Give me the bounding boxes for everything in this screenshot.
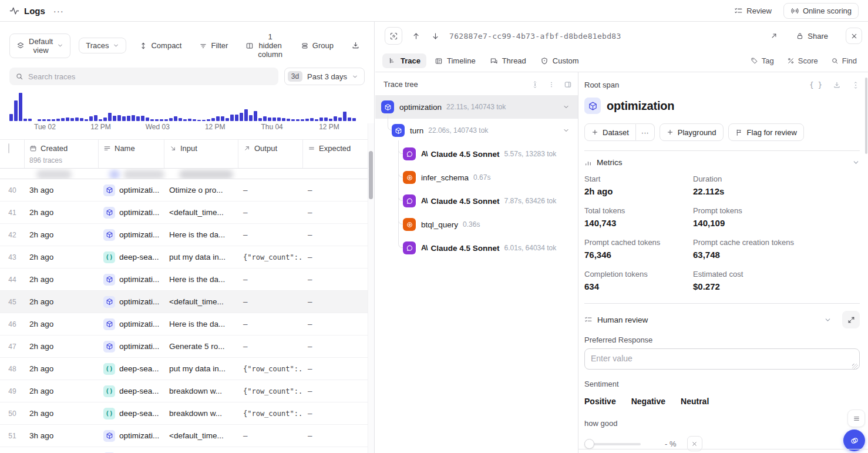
- histogram-bar[interactable]: [164, 119, 168, 121]
- histogram-bar[interactable]: [122, 116, 126, 121]
- histogram-bar[interactable]: [230, 115, 234, 121]
- histogram-bar[interactable]: [329, 119, 332, 121]
- histogram-bar[interactable]: [240, 113, 243, 121]
- histogram-bar[interactable]: [155, 119, 159, 121]
- tab-trace[interactable]: Trace: [382, 53, 426, 68]
- trace-tree-node[interactable]: A\Claude 4.5 Sonnet7.87s, 63426 tok: [375, 189, 578, 213]
- histogram-bar[interactable]: [254, 111, 257, 121]
- tab-timeline[interactable]: Timeline: [429, 53, 482, 68]
- histogram-bar[interactable]: [319, 118, 323, 121]
- chevron-down-icon[interactable]: [852, 159, 860, 166]
- histogram-bar[interactable]: [89, 116, 93, 121]
- histogram-bar[interactable]: [85, 119, 88, 121]
- histogram-bar[interactable]: [352, 118, 356, 121]
- histogram-bar[interactable]: [23, 119, 27, 121]
- tree-menu-button[interactable]: [547, 80, 556, 89]
- human-review-section-header[interactable]: Human review: [584, 311, 860, 328]
- histogram-bar[interactable]: [183, 119, 187, 121]
- page-menu-button[interactable]: ···: [53, 6, 64, 16]
- histogram-bar[interactable]: [287, 119, 290, 121]
- histogram-bar[interactable]: [42, 119, 46, 121]
- histogram-bar[interactable]: [179, 118, 182, 121]
- share-button[interactable]: Share: [796, 32, 828, 41]
- histogram-bar[interactable]: [9, 114, 13, 121]
- histogram-bar[interactable]: [202, 120, 206, 121]
- table-row[interactable]: 452h agooptimizati...<default_time...––: [0, 291, 374, 313]
- previous-trace-button[interactable]: [411, 31, 422, 42]
- expand-review-button[interactable]: [842, 311, 860, 328]
- online-scoring-button[interactable]: Online scoring: [783, 3, 859, 19]
- histogram-bar[interactable]: [216, 116, 220, 121]
- histogram-bar[interactable]: [174, 116, 177, 121]
- histogram-bar[interactable]: [348, 118, 351, 121]
- review-button[interactable]: Review: [729, 4, 776, 18]
- table-row[interactable]: 513h agooptimizati...<default_time...––: [0, 425, 374, 447]
- histogram-bar[interactable]: [99, 119, 102, 121]
- histogram-bar[interactable]: [52, 119, 55, 121]
- histogram-bar[interactable]: [263, 116, 267, 121]
- histogram-bar[interactable]: [338, 118, 342, 121]
- histogram-bar[interactable]: [127, 116, 130, 121]
- expand-trace-button[interactable]: [769, 31, 779, 41]
- histogram-bar[interactable]: [211, 118, 215, 121]
- slider-thumb[interactable]: [584, 439, 594, 449]
- how-good-slider[interactable]: [584, 439, 641, 449]
- histogram-bar[interactable]: [343, 112, 346, 121]
- table-row[interactable]: 403h agooptimizati...Otimize o pro...––: [0, 179, 374, 202]
- histogram-bar[interactable]: [310, 118, 314, 121]
- add-to-playground-button[interactable]: Playground: [660, 123, 724, 141]
- histogram-bar[interactable]: [268, 118, 271, 121]
- compact-toggle[interactable]: Compact: [134, 38, 186, 53]
- download-button[interactable]: [346, 38, 365, 53]
- table-row[interactable]: 422h agooptimizati...Here is the da...––: [0, 224, 374, 246]
- chevron-down-icon[interactable]: [563, 103, 570, 110]
- metrics-section-header[interactable]: Metrics: [584, 158, 860, 167]
- histogram-bar[interactable]: [334, 116, 337, 121]
- flag-for-review-button[interactable]: Flag for review: [728, 123, 804, 141]
- histogram-bar[interactable]: [193, 119, 196, 121]
- time-range-selector[interactable]: 3d Past 3 days: [284, 68, 365, 85]
- histogram-bar[interactable]: [235, 115, 238, 121]
- resize-tree-button[interactable]: [531, 80, 539, 89]
- histogram-bar[interactable]: [38, 119, 41, 121]
- collapse-panel-icon[interactable]: [564, 80, 572, 89]
- histogram-bar[interactable]: [258, 118, 262, 121]
- histogram-bar[interactable]: [28, 119, 32, 121]
- assistant-fab[interactable]: [843, 429, 865, 451]
- histogram-bar[interactable]: [113, 116, 116, 121]
- trace-tree-node[interactable]: infer_schema0.67s: [375, 166, 578, 189]
- histogram-bar[interactable]: [272, 118, 276, 121]
- histogram-bar[interactable]: [150, 119, 154, 121]
- histogram-bar[interactable]: [47, 119, 51, 121]
- histogram-bar[interactable]: [14, 100, 18, 121]
- download-span-button[interactable]: [833, 81, 841, 89]
- table-row[interactable]: 462h agooptimizati...Here is the da...––: [0, 313, 374, 335]
- table-row[interactable]: 412h agooptimizati...<default_time...––: [0, 202, 374, 224]
- histogram-bar[interactable]: [221, 116, 224, 121]
- hidden-column-button[interactable]: 1 hidden column: [241, 29, 287, 62]
- table-row[interactable]: 482h ago()deep-sea...put my data in...{"…: [0, 358, 374, 380]
- add-to-dataset-button[interactable]: Dataset: [584, 123, 636, 141]
- histogram-bar[interactable]: [141, 116, 144, 121]
- tab-thread[interactable]: Thread: [484, 53, 532, 68]
- expand-sections-button[interactable]: [852, 81, 860, 89]
- select-all-checkbox[interactable]: [8, 143, 9, 153]
- trace-tree-node[interactable]: A\Claude 4.5 Sonnet5.57s, 13283 tok: [375, 142, 578, 166]
- panel-scrollbar-thumb[interactable]: [865, 78, 867, 154]
- histogram-bar[interactable]: [66, 118, 69, 121]
- histogram-bar[interactable]: [80, 118, 83, 121]
- focus-scan-button[interactable]: [385, 27, 402, 45]
- histogram-bar[interactable]: [305, 119, 309, 121]
- histogram-bar[interactable]: [188, 119, 191, 121]
- histogram-bar[interactable]: [132, 115, 135, 121]
- column-header-name[interactable]: Name: [99, 140, 164, 168]
- histogram-bar[interactable]: [94, 115, 97, 121]
- sentiment-positive-button[interactable]: Positive: [584, 395, 616, 407]
- histogram-bar[interactable]: [226, 118, 229, 121]
- tag-button[interactable]: Tag: [745, 53, 779, 68]
- chevron-down-icon[interactable]: [824, 316, 832, 324]
- table-row[interactable]: 492h ago()deep-sea...breakdown w...{"row…: [0, 380, 374, 402]
- trace-tree-node[interactable]: optimization22.11s, 140743 tok: [375, 95, 578, 119]
- histogram-bar[interactable]: [146, 118, 149, 121]
- preferred-response-input[interactable]: [584, 348, 860, 370]
